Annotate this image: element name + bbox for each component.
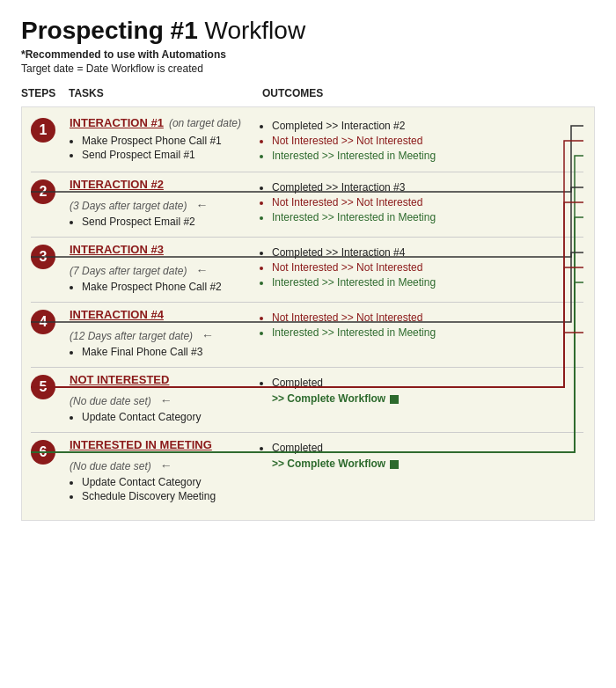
outcome-item: Interested >> Interested in Meeting [272, 276, 583, 289]
task-list-1: Make Prospect Phone Call #1Send Prospect… [70, 135, 246, 161]
task-item: Make Prospect Phone Call #2 [82, 281, 246, 293]
outcome-item: Completed [272, 442, 583, 454]
step-row-3: 3INTERACTION #3(7 Days after target date… [31, 243, 583, 295]
outcome-item: Completed [272, 377, 583, 389]
outcome-item: Interested >> Interested in Meeting [272, 326, 583, 339]
step-row-1: 1INTERACTION #1(on target date)Make Pros… [31, 116, 583, 165]
step-left-5: NOT INTERESTED(No due date set)←Update C… [70, 373, 254, 425]
col-steps-label: STEPS [21, 87, 69, 99]
step-header-5: NOT INTERESTED(No due date set)← [70, 373, 246, 407]
outcome-list-1: Completed >> Interaction #2Not Intereste… [260, 120, 583, 162]
task-item: Update Contact Category [82, 476, 246, 488]
step-right-3: Completed >> Interaction #4Not Intereste… [254, 243, 583, 295]
step-date-2: (3 Days after target date) [70, 200, 187, 212]
step-title-2: INTERACTION #2 [70, 178, 164, 191]
task-item: Make Prospect Phone Call #1 [82, 135, 246, 147]
task-list-6: Update Contact CategorySchedule Discover… [70, 476, 246, 502]
step-num-col-3: 3 [31, 243, 70, 295]
step-title-5: NOT INTERESTED [70, 373, 169, 386]
step-title-4: INTERACTION #4 [70, 308, 164, 321]
complete-workflow-6: >> Complete Workflow [260, 457, 583, 470]
arrow-left-2: ← [195, 198, 208, 212]
step-circle-6: 6 [31, 440, 55, 465]
complete-square [390, 460, 399, 469]
step-circle-3: 3 [31, 245, 55, 269]
step-right-5: Completed>> Complete Workflow [254, 373, 583, 425]
arrow-left-6: ← [160, 458, 172, 472]
step-num-col-6: 6 [31, 438, 70, 504]
outcome-item: Completed >> Interaction #4 [272, 246, 583, 259]
task-item: Send Prospect Email #2 [82, 216, 246, 228]
step-right-2: Completed >> Interaction #3Not Intereste… [254, 178, 583, 230]
step-num-col-4: 4 [31, 308, 70, 360]
outcome-list-2: Completed >> Interaction #3Not Intereste… [260, 181, 583, 223]
step-header-6: INTERESTED IN MEETING(No due date set)← [70, 438, 246, 472]
step-row-6: 6INTERESTED IN MEETING(No due date set)←… [31, 438, 583, 504]
subtitle2: Target date = Date Workflow is created [21, 62, 595, 75]
outcome-item: Not Interested >> Not Interested [272, 311, 583, 324]
step-title-3: INTERACTION #3 [70, 243, 164, 256]
step-left-6: INTERESTED IN MEETING(No due date set)←U… [70, 438, 254, 504]
task-item: Schedule Discovery Meeting [82, 490, 246, 502]
step-date-3: (7 Days after target date) [70, 265, 187, 277]
step-row-4: 4INTERACTION #4(12 Days after target dat… [31, 308, 583, 360]
col-tasks-label: TASKS [69, 87, 262, 99]
task-list-2: Send Prospect Email #2 [70, 216, 246, 228]
step-num-col-2: 2 [31, 178, 70, 230]
title-bold: Prospecting #1 [21, 17, 198, 44]
step-date-4: (12 Days after target date) [70, 330, 193, 342]
outcome-list-6: Completed [260, 442, 583, 454]
step-header-1: INTERACTION #1(on target date) [70, 116, 246, 131]
outcome-item: Interested >> Interested in Meeting [272, 211, 583, 223]
complete-square [390, 395, 399, 404]
step-right-1: Completed >> Interaction #2Not Intereste… [254, 116, 583, 165]
step-body-5: NOT INTERESTED(No due date set)←Update C… [70, 373, 583, 425]
task-list-4: Make Final Phone Call #3 [70, 346, 246, 358]
task-list-5: Update Contact Category [70, 411, 246, 423]
outcome-item: Not Interested >> Not Interested [272, 196, 583, 209]
step-circle-1: 1 [31, 118, 55, 143]
step-body-2: INTERACTION #2(3 Days after target date)… [70, 178, 583, 230]
arrow-left-4: ← [202, 328, 214, 342]
outcome-item: Not Interested >> Not Interested [272, 135, 583, 147]
outcome-item: Completed >> Interaction #2 [272, 120, 583, 132]
step-circle-5: 5 [31, 375, 55, 399]
arrow-left-3: ← [195, 263, 208, 277]
step-left-1: INTERACTION #1(on target date)Make Prosp… [70, 116, 254, 165]
outcome-list-3: Completed >> Interaction #4Not Intereste… [260, 246, 583, 289]
column-headers: STEPS TASKS OUTCOMES [21, 87, 595, 99]
page-title: Prospecting #1 Workflow [21, 18, 595, 45]
step-date-1: (on target date) [169, 117, 241, 129]
workflow-container: 1INTERACTION #1(on target date)Make Pros… [21, 106, 595, 521]
complete-workflow-5: >> Complete Workflow [260, 392, 583, 405]
col-outcomes-label: OUTCOMES [262, 87, 323, 99]
title-light: Workflow [198, 17, 305, 44]
task-item: Update Contact Category [82, 411, 246, 423]
outcome-item: Completed >> Interaction #3 [272, 181, 583, 194]
step-right-6: Completed>> Complete Workflow [254, 438, 583, 504]
outcome-item: Not Interested >> Not Interested [272, 261, 583, 274]
step-header-2: INTERACTION #2(3 Days after target date)… [70, 178, 246, 212]
step-circle-2: 2 [31, 179, 55, 204]
step-row-5: 5NOT INTERESTED(No due date set)←Update … [31, 373, 583, 425]
step-header-3: INTERACTION #3(7 Days after target date)… [70, 243, 246, 277]
task-list-3: Make Prospect Phone Call #2 [70, 281, 246, 293]
step-num-col-5: 5 [31, 373, 70, 425]
step-header-4: INTERACTION #4(12 Days after target date… [70, 308, 246, 342]
step-circle-4: 4 [31, 310, 55, 334]
arrow-left-5: ← [160, 393, 172, 407]
step-title-1: INTERACTION #1 [70, 116, 164, 129]
complete-workflow-label: >> Complete Workflow [272, 457, 399, 470]
step-right-4: Not Interested >> Not InterestedInterest… [254, 308, 583, 360]
step-date-5: (No due date set) [70, 395, 151, 407]
outcome-list-4: Not Interested >> Not InterestedInterest… [260, 311, 583, 339]
complete-workflow-label: >> Complete Workflow [272, 392, 399, 405]
outcome-list-5: Completed [260, 377, 583, 389]
step-left-3: INTERACTION #3(7 Days after target date)… [70, 243, 254, 295]
outcome-item: Interested >> Interested in Meeting [272, 150, 583, 162]
step-date-6: (No due date set) [70, 460, 151, 472]
step-num-col-1: 1 [31, 116, 70, 165]
step-body-3: INTERACTION #3(7 Days after target date)… [70, 243, 583, 295]
subtitle1: *Recommended to use with Automations [21, 48, 595, 61]
step-left-4: INTERACTION #4(12 Days after target date… [70, 308, 254, 360]
